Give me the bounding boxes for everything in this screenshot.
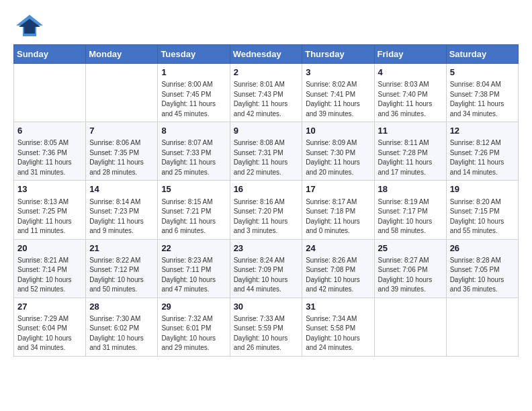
- calendar-week-3: 20Sunrise: 8:21 AM Sunset: 7:14 PM Dayli…: [14, 239, 519, 298]
- day-number: 7: [89, 125, 154, 137]
- calendar-cell: 29Sunrise: 7:32 AM Sunset: 6:01 PM Dayli…: [158, 298, 230, 356]
- calendar-cell: [446, 298, 518, 356]
- calendar-cell: 26Sunrise: 8:28 AM Sunset: 7:05 PM Dayli…: [446, 239, 518, 298]
- calendar-cell: 12Sunrise: 8:12 AM Sunset: 7:26 PM Dayli…: [446, 122, 518, 181]
- day-number: 17: [306, 183, 370, 195]
- day-number: 11: [378, 125, 443, 137]
- day-info: Sunrise: 8:16 AM Sunset: 7:20 PM Dayligh…: [234, 197, 299, 236]
- calendar-cell: 7Sunrise: 8:06 AM Sunset: 7:35 PM Daylig…: [86, 122, 158, 181]
- calendar-cell: 25Sunrise: 8:27 AM Sunset: 7:06 PM Dayli…: [374, 239, 446, 298]
- day-info: Sunrise: 8:21 AM Sunset: 7:14 PM Dayligh…: [17, 256, 82, 295]
- calendar-cell: 27Sunrise: 7:29 AM Sunset: 6:04 PM Dayli…: [14, 298, 86, 356]
- day-info: Sunrise: 8:09 AM Sunset: 7:30 PM Dayligh…: [306, 138, 370, 177]
- calendar-cell: 19Sunrise: 8:20 AM Sunset: 7:15 PM Dayli…: [446, 181, 518, 239]
- day-info: Sunrise: 8:03 AM Sunset: 7:40 PM Dayligh…: [378, 80, 443, 119]
- calendar-cell: 8Sunrise: 8:07 AM Sunset: 7:33 PM Daylig…: [158, 122, 230, 181]
- day-info: Sunrise: 8:14 AM Sunset: 7:23 PM Dayligh…: [89, 197, 154, 236]
- calendar-cell: 3Sunrise: 8:02 AM Sunset: 7:41 PM Daylig…: [302, 64, 374, 122]
- day-info: Sunrise: 8:24 AM Sunset: 7:09 PM Dayligh…: [234, 256, 299, 295]
- calendar-cell: 2Sunrise: 8:01 AM Sunset: 7:43 PM Daylig…: [230, 64, 302, 122]
- calendar-cell: 10Sunrise: 8:09 AM Sunset: 7:30 PM Dayli…: [302, 122, 374, 181]
- day-info: Sunrise: 8:27 AM Sunset: 7:06 PM Dayligh…: [378, 256, 443, 295]
- day-number: 1: [161, 66, 226, 79]
- day-number: 25: [378, 242, 443, 255]
- day-header-friday: Friday: [374, 45, 446, 64]
- day-number: 15: [161, 183, 226, 195]
- day-number: 12: [450, 125, 515, 137]
- day-info: Sunrise: 8:12 AM Sunset: 7:26 PM Dayligh…: [450, 138, 515, 177]
- calendar-cell: 30Sunrise: 7:33 AM Sunset: 5:59 PM Dayli…: [230, 298, 302, 356]
- day-header-tuesday: Tuesday: [158, 45, 230, 64]
- calendar-cell: 24Sunrise: 8:26 AM Sunset: 7:08 PM Dayli…: [302, 239, 374, 298]
- calendar-week-1: 6Sunrise: 8:05 AM Sunset: 7:36 PM Daylig…: [14, 122, 519, 181]
- calendar-cell: 22Sunrise: 8:23 AM Sunset: 7:11 PM Dayli…: [158, 239, 230, 298]
- day-info: Sunrise: 7:29 AM Sunset: 6:04 PM Dayligh…: [17, 314, 82, 353]
- calendar-cell: 9Sunrise: 8:08 AM Sunset: 7:31 PM Daylig…: [230, 122, 302, 181]
- calendar-cell: 1Sunrise: 8:00 AM Sunset: 7:45 PM Daylig…: [158, 64, 230, 122]
- calendar-cell: 20Sunrise: 8:21 AM Sunset: 7:14 PM Dayli…: [14, 239, 86, 298]
- calendar-cell: 18Sunrise: 8:19 AM Sunset: 7:17 PM Dayli…: [374, 181, 446, 239]
- day-number: 4: [378, 66, 443, 79]
- calendar-week-4: 27Sunrise: 7:29 AM Sunset: 6:04 PM Dayli…: [14, 298, 519, 356]
- day-number: 26: [450, 242, 515, 255]
- calendar-cell: 14Sunrise: 8:14 AM Sunset: 7:23 PM Dayli…: [86, 181, 158, 239]
- day-info: Sunrise: 7:32 AM Sunset: 6:01 PM Dayligh…: [161, 314, 226, 353]
- day-info: Sunrise: 8:02 AM Sunset: 7:41 PM Dayligh…: [306, 80, 370, 119]
- calendar-week-0: 1Sunrise: 8:00 AM Sunset: 7:45 PM Daylig…: [14, 64, 519, 122]
- logo: [13, 13, 48, 38]
- calendar-cell: [86, 64, 158, 122]
- calendar-cell: 16Sunrise: 8:16 AM Sunset: 7:20 PM Dayli…: [230, 181, 302, 239]
- day-info: Sunrise: 7:30 AM Sunset: 6:02 PM Dayligh…: [89, 314, 154, 353]
- day-number: 22: [161, 242, 226, 255]
- day-info: Sunrise: 8:05 AM Sunset: 7:36 PM Dayligh…: [17, 138, 82, 177]
- day-number: 10: [306, 125, 370, 137]
- calendar-cell: 17Sunrise: 8:17 AM Sunset: 7:18 PM Dayli…: [302, 181, 374, 239]
- day-info: Sunrise: 8:13 AM Sunset: 7:25 PM Dayligh…: [17, 197, 82, 236]
- day-info: Sunrise: 8:00 AM Sunset: 7:45 PM Dayligh…: [161, 80, 226, 119]
- calendar-cell: 13Sunrise: 8:13 AM Sunset: 7:25 PM Dayli…: [14, 181, 86, 239]
- day-number: 18: [378, 183, 443, 195]
- day-info: Sunrise: 8:17 AM Sunset: 7:18 PM Dayligh…: [306, 197, 370, 236]
- calendar-cell: [14, 64, 86, 122]
- day-number: 21: [89, 242, 154, 255]
- day-info: Sunrise: 7:33 AM Sunset: 5:59 PM Dayligh…: [234, 314, 299, 353]
- calendar-header-row: SundayMondayTuesdayWednesdayThursdayFrid…: [14, 45, 519, 64]
- day-number: 24: [306, 242, 370, 255]
- calendar-cell: 4Sunrise: 8:03 AM Sunset: 7:40 PM Daylig…: [374, 64, 446, 122]
- calendar-table: SundayMondayTuesdayWednesdayThursdayFrid…: [13, 44, 519, 357]
- day-number: 31: [306, 301, 370, 313]
- day-number: 19: [450, 183, 515, 195]
- day-number: 9: [234, 125, 299, 137]
- calendar-week-2: 13Sunrise: 8:13 AM Sunset: 7:25 PM Dayli…: [14, 181, 519, 239]
- day-number: 30: [234, 301, 299, 313]
- day-info: Sunrise: 8:11 AM Sunset: 7:28 PM Dayligh…: [378, 138, 443, 177]
- day-header-monday: Monday: [86, 45, 158, 64]
- calendar-cell: [374, 298, 446, 356]
- calendar-cell: 11Sunrise: 8:11 AM Sunset: 7:28 PM Dayli…: [374, 122, 446, 181]
- day-info: Sunrise: 8:28 AM Sunset: 7:05 PM Dayligh…: [450, 256, 515, 295]
- day-number: 5: [450, 66, 515, 79]
- calendar-cell: 6Sunrise: 8:05 AM Sunset: 7:36 PM Daylig…: [14, 122, 86, 181]
- calendar-cell: 5Sunrise: 8:04 AM Sunset: 7:38 PM Daylig…: [446, 64, 518, 122]
- day-info: Sunrise: 8:23 AM Sunset: 7:11 PM Dayligh…: [161, 256, 226, 295]
- day-info: Sunrise: 8:04 AM Sunset: 7:38 PM Dayligh…: [450, 80, 515, 119]
- day-header-saturday: Saturday: [446, 45, 518, 64]
- day-number: 27: [17, 301, 82, 313]
- day-header-wednesday: Wednesday: [230, 45, 302, 64]
- day-info: Sunrise: 8:15 AM Sunset: 7:21 PM Dayligh…: [161, 197, 226, 236]
- day-info: Sunrise: 8:19 AM Sunset: 7:17 PM Dayligh…: [378, 197, 443, 236]
- day-info: Sunrise: 8:07 AM Sunset: 7:33 PM Dayligh…: [161, 138, 226, 177]
- day-info: Sunrise: 7:34 AM Sunset: 5:58 PM Dayligh…: [306, 314, 370, 353]
- day-number: 2: [234, 66, 299, 79]
- day-info: Sunrise: 8:22 AM Sunset: 7:12 PM Dayligh…: [89, 256, 154, 295]
- day-info: Sunrise: 8:26 AM Sunset: 7:08 PM Dayligh…: [306, 256, 370, 295]
- day-number: 23: [234, 242, 299, 255]
- calendar-cell: 15Sunrise: 8:15 AM Sunset: 7:21 PM Dayli…: [158, 181, 230, 239]
- logo-icon: [13, 13, 46, 38]
- day-header-thursday: Thursday: [302, 45, 374, 64]
- day-info: Sunrise: 8:20 AM Sunset: 7:15 PM Dayligh…: [450, 197, 515, 236]
- page-header: [13, 13, 519, 38]
- day-number: 8: [161, 125, 226, 137]
- calendar-cell: 23Sunrise: 8:24 AM Sunset: 7:09 PM Dayli…: [230, 239, 302, 298]
- day-number: 13: [17, 183, 82, 195]
